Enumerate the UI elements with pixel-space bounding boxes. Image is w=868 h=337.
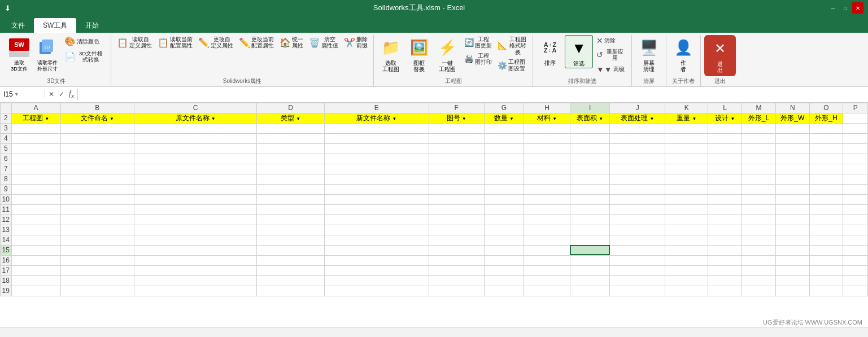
cell-E14[interactable] xyxy=(324,235,429,245)
cell-D14[interactable] xyxy=(257,235,325,245)
modify-custom-button[interactable]: ✏️ 更改自定义属性 xyxy=(196,35,235,50)
cell-C16[interactable] xyxy=(134,255,256,265)
cell-I4[interactable] xyxy=(570,133,610,143)
drawing-settings-button[interactable]: ⚙️ 工程图图设置 xyxy=(495,58,529,73)
cell-B15[interactable] xyxy=(60,245,134,255)
cell-M15[interactable] xyxy=(742,245,776,255)
cell-O17[interactable] xyxy=(809,265,843,275)
cell-K19[interactable] xyxy=(665,286,708,296)
cell-F17[interactable] xyxy=(429,265,484,275)
cell-F16[interactable] xyxy=(429,255,484,265)
cell-H17[interactable] xyxy=(524,265,570,275)
filter-L2[interactable]: ▼ xyxy=(730,116,735,121)
modify-current-button[interactable]: ✏️ 更改当前配置属性 xyxy=(237,35,276,50)
maximize-button[interactable]: □ xyxy=(840,2,851,14)
cell-J3[interactable] xyxy=(610,123,665,133)
cell-B5[interactable] xyxy=(60,143,134,154)
cell-M16[interactable] xyxy=(742,255,776,265)
cell-L10[interactable] xyxy=(708,194,742,204)
cell-D4[interactable] xyxy=(257,133,325,143)
cell-A7[interactable] xyxy=(11,164,60,174)
cell-N3[interactable] xyxy=(775,123,809,133)
cell-H6[interactable] xyxy=(524,154,570,164)
cell-H16[interactable] xyxy=(524,255,570,265)
cell-D18[interactable] xyxy=(257,275,325,286)
cell-D9[interactable] xyxy=(257,184,325,194)
cell-C9[interactable] xyxy=(134,184,256,194)
cell-G2[interactable]: 数量 ▼ xyxy=(484,113,524,123)
filter-E2[interactable]: ▼ xyxy=(392,116,397,121)
col-header-O[interactable]: O xyxy=(809,103,843,113)
cell-M13[interactable] xyxy=(742,225,776,235)
cell-E5[interactable] xyxy=(324,143,429,154)
one-click-button[interactable]: ⚡ 一键工程图 xyxy=(434,35,461,74)
cell-N14[interactable] xyxy=(775,235,809,245)
cell-O12[interactable] xyxy=(809,215,843,225)
cell-D7[interactable] xyxy=(257,164,325,174)
sort-button[interactable]: A ↕ Z Z ↕ A 排序 xyxy=(536,35,564,67)
cell-N5[interactable] xyxy=(775,143,809,154)
cell-F8[interactable] xyxy=(429,174,484,184)
cell-B4[interactable] xyxy=(60,133,134,143)
cell-A2[interactable]: 工程图 ▼ xyxy=(11,113,60,123)
cell-O7[interactable] xyxy=(809,164,843,174)
cell-B17[interactable] xyxy=(60,265,134,275)
cell-G15[interactable] xyxy=(484,245,524,255)
cell-I8[interactable] xyxy=(570,174,610,184)
cell-P5[interactable] xyxy=(843,143,868,154)
cell-P14[interactable] xyxy=(843,235,868,245)
read-custom-prop-button[interactable]: 📋 读取自定义属性 xyxy=(115,35,154,50)
cell-J12[interactable] xyxy=(610,215,665,225)
cell-K8[interactable] xyxy=(665,174,708,184)
cell-N10[interactable] xyxy=(775,194,809,204)
cell-J10[interactable] xyxy=(610,194,665,204)
cell-G6[interactable] xyxy=(484,154,524,164)
cell-E17[interactable] xyxy=(324,265,429,275)
filter-I2[interactable]: ▼ xyxy=(599,116,603,121)
cell-F15[interactable] xyxy=(429,245,484,255)
cell-O5[interactable] xyxy=(809,143,843,154)
cell-G13[interactable] xyxy=(484,225,524,235)
cell-G19[interactable] xyxy=(484,286,524,296)
cell-K14[interactable] xyxy=(665,235,708,245)
cell-P16[interactable] xyxy=(843,255,868,265)
cell-O8[interactable] xyxy=(809,174,843,184)
filter-button[interactable]: ▼ 筛选 xyxy=(565,35,593,68)
cell-B12[interactable] xyxy=(60,215,134,225)
cell-C13[interactable] xyxy=(134,225,256,235)
cell-P19[interactable] xyxy=(843,286,868,296)
cell-F5[interactable] xyxy=(429,143,484,154)
cell-E8[interactable] xyxy=(324,174,429,184)
filter-D2[interactable]: ▼ xyxy=(296,116,300,121)
filter-B2[interactable]: ▼ xyxy=(110,116,114,121)
cell-O16[interactable] xyxy=(809,255,843,265)
cell-C19[interactable] xyxy=(134,286,256,296)
cell-D5[interactable] xyxy=(257,143,325,154)
cell-N6[interactable] xyxy=(775,154,809,164)
cell-K11[interactable] xyxy=(665,204,708,215)
advanced-button[interactable]: ▼▼ 高级 xyxy=(594,64,628,75)
cell-N4[interactable] xyxy=(775,133,809,143)
read-part-button[interactable]: 3D 读取零件外形尺寸 xyxy=(34,35,61,73)
cell-J19[interactable] xyxy=(610,286,665,296)
cell-P13[interactable] xyxy=(843,225,868,235)
filter-J2[interactable]: ▼ xyxy=(650,116,655,121)
cell-M4[interactable] xyxy=(742,133,776,143)
cell-J16[interactable] xyxy=(610,255,665,265)
col-header-I[interactable]: I xyxy=(570,103,610,113)
cell-B3[interactable] xyxy=(60,123,134,133)
cell-D6[interactable] xyxy=(257,154,325,164)
cell-E4[interactable] xyxy=(324,133,429,143)
cell-J11[interactable] xyxy=(610,204,665,215)
cell-A11[interactable] xyxy=(11,204,60,215)
cell-B10[interactable] xyxy=(60,194,134,204)
cell-I15[interactable] xyxy=(570,245,610,255)
col-header-K[interactable]: K xyxy=(665,103,708,113)
spreadsheet-area[interactable]: A B C D E F G H I J K L M N O P xyxy=(0,103,868,337)
cell-B8[interactable] xyxy=(60,174,134,184)
cell-O4[interactable] xyxy=(809,133,843,143)
cell-K2[interactable]: 重量 ▼ xyxy=(665,113,708,123)
cell-I2[interactable]: 表面积 ▼ xyxy=(570,113,610,123)
col-header-P[interactable]: P xyxy=(843,103,868,113)
cell-D13[interactable] xyxy=(257,225,325,235)
